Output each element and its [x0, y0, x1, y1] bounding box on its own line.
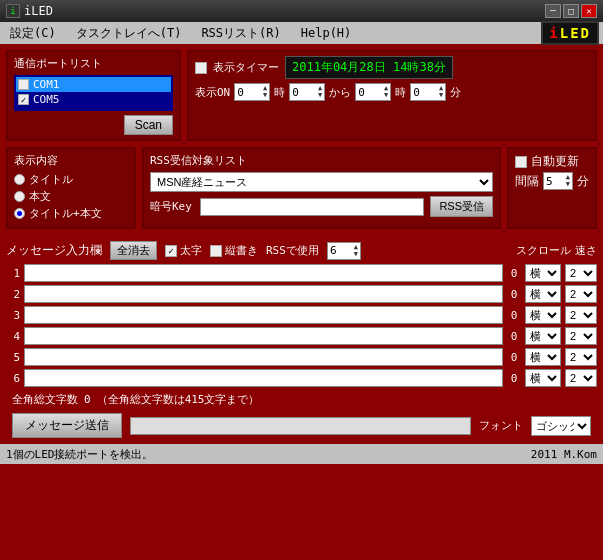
send-button[interactable]: メッセージ送信	[12, 413, 122, 438]
hour1-spinbox[interactable]: 0 ▲ ▼	[234, 83, 270, 101]
total-chars-label1: 全角総文字数	[12, 392, 78, 407]
auto-update-checkbox[interactable]	[515, 156, 527, 168]
speed-header-label: 速さ	[575, 243, 597, 258]
send-row: メッセージ送信 フォント ゴシック 明朝	[6, 409, 597, 442]
char-count-5: 0	[507, 351, 521, 364]
msg-input-3[interactable]	[24, 306, 503, 324]
total-chars-value: 0	[84, 393, 91, 406]
speed-select-2[interactable]: 1234	[565, 285, 597, 303]
row-num-3: 3	[6, 309, 20, 322]
speed-select-6[interactable]: 1234	[565, 369, 597, 387]
row-num-1: 1	[6, 267, 20, 280]
hour1-down[interactable]: ▼	[263, 92, 267, 99]
rss-use-value: 6	[330, 244, 337, 257]
port-com1[interactable]: COM1	[16, 77, 171, 92]
radio-both-dot[interactable]	[14, 208, 25, 219]
radio-title[interactable]: タイトル	[14, 172, 128, 187]
port-com1-checkbox[interactable]	[18, 79, 29, 90]
speed-select-5[interactable]: 1234	[565, 348, 597, 366]
min1-down[interactable]: ▼	[318, 92, 322, 99]
rss-use-spinbox[interactable]: 6 ▲ ▼	[327, 242, 361, 260]
scroll-select-5[interactable]: 横縦点滅	[525, 348, 561, 366]
auto-update-label1: 自動更新	[531, 153, 579, 170]
char-count-2: 0	[507, 288, 521, 301]
row-num-2: 2	[6, 288, 20, 301]
msg-input-6[interactable]	[24, 369, 503, 387]
bold-checkbox-row[interactable]: ✓ 太字	[165, 243, 202, 258]
min2-down[interactable]: ▼	[439, 92, 443, 99]
font-select[interactable]: ゴシック 明朝	[531, 416, 591, 436]
auto-update-unit: 分	[577, 173, 589, 190]
radio-both-label: タイトル+本文	[29, 206, 102, 221]
row-num-4: 4	[6, 330, 20, 343]
scroll-header-label: スクロール	[516, 243, 571, 258]
radio-body[interactable]: 本文	[14, 189, 128, 204]
port-com1-label: COM1	[33, 78, 60, 91]
speed-select-4[interactable]: 1234	[565, 327, 597, 345]
speed-select-3[interactable]: 1234	[565, 306, 597, 324]
minimize-button[interactable]: ─	[545, 4, 561, 18]
msg-input-4[interactable]	[24, 327, 503, 345]
msg-input-2[interactable]	[24, 285, 503, 303]
scroll-select-2[interactable]: 横縦点滅	[525, 285, 561, 303]
msg-input-1[interactable]	[24, 264, 503, 282]
char-count-1: 0	[507, 267, 521, 280]
vertical-checkbox[interactable]	[210, 245, 222, 257]
scroll-select-6[interactable]: 横縦点滅	[525, 369, 561, 387]
radio-body-dot[interactable]	[14, 191, 25, 202]
time-on-label: 表示ON	[195, 85, 230, 100]
vertical-checkbox-row[interactable]: 縦書き	[210, 243, 258, 258]
auto-update-box: 自動更新 間隔 5 ▲ ▼ 分	[507, 147, 597, 229]
key-input[interactable]	[200, 198, 425, 216]
font-label: フォント	[479, 418, 523, 433]
datetime-display: 2011年04月28日 14時38分	[285, 56, 453, 79]
status-bar: 1個のLED接続ポートを検出。 2011 M.Kom	[0, 444, 603, 464]
auto-update-down[interactable]: ▼	[566, 181, 570, 188]
menu-settings[interactable]: 設定(C)	[4, 23, 62, 44]
from-label: から	[329, 85, 351, 100]
hour2-down[interactable]: ▼	[384, 92, 388, 99]
message-section: メッセージ入力欄 全消去 ✓ 太字 縦書き RSSで使用 6 ▲ ▼ スクロール…	[0, 241, 603, 442]
port-com5[interactable]: ✓ COM5	[16, 92, 171, 107]
app-icon: i	[6, 4, 20, 18]
close-button[interactable]: ✕	[581, 4, 597, 18]
rss-recv-button[interactable]: RSS受信	[430, 196, 493, 217]
menu-tray[interactable]: タスクトレイへ(T)	[70, 23, 188, 44]
radio-title-dot[interactable]	[14, 174, 25, 185]
message-rows-container: 1 0 横縦点滅 1234 2 0 横縦点滅 1234 3 0 横縦点滅 123…	[6, 264, 597, 387]
rss-use-down[interactable]: ▼	[354, 251, 358, 258]
speed-select-1[interactable]: 1234	[565, 264, 597, 282]
hour2-value: 0	[358, 86, 365, 99]
bottom-stats: 全角総文字数 0 （全角総文字数は415文字まで）	[6, 390, 597, 409]
menu-rss[interactable]: RSSリスト(R)	[195, 23, 286, 44]
scroll-select-3[interactable]: 横縦点滅	[525, 306, 561, 324]
message-section-title: メッセージ入力欄	[6, 242, 102, 259]
status-message: 1個のLED接続ポートを検出。	[6, 447, 154, 462]
message-row-1: 1 0 横縦点滅 1234	[6, 264, 597, 282]
auto-update-label2: 間隔	[515, 173, 539, 190]
scroll-select-1[interactable]: 横縦点滅	[525, 264, 561, 282]
auto-update-spinbox[interactable]: 5 ▲ ▼	[543, 172, 573, 190]
scroll-select-4[interactable]: 横縦点滅	[525, 327, 561, 345]
scan-button[interactable]: Scan	[124, 115, 173, 135]
port-box: 通信ポートリスト COM1 ✓ COM5 Scan	[6, 50, 181, 141]
radio-both[interactable]: タイトル+本文	[14, 206, 128, 221]
min2-spinbox[interactable]: 0 ▲ ▼	[410, 83, 446, 101]
port-com5-checkbox[interactable]: ✓	[18, 94, 29, 105]
message-row-6: 6 0 横縦点滅 1234	[6, 369, 597, 387]
clear-button[interactable]: 全消去	[110, 241, 157, 260]
message-row-4: 4 0 横縦点滅 1234	[6, 327, 597, 345]
timer-checkbox[interactable]	[195, 62, 207, 74]
min2-value: 0	[413, 86, 420, 99]
menu-help[interactable]: Help(H)	[295, 24, 358, 42]
rss-feed-select[interactable]: MSN産経ニュース	[150, 172, 493, 192]
hour2-spinbox[interactable]: 0 ▲ ▼	[355, 83, 391, 101]
timer-box: 表示タイマー 2011年04月28日 14時38分 表示ON 0 ▲ ▼ 時 0…	[187, 50, 597, 141]
maximize-button[interactable]: □	[563, 4, 579, 18]
port-com5-label: COM5	[33, 93, 60, 106]
scroll-speed-header: スクロール 速さ	[516, 243, 597, 258]
bold-checkbox[interactable]: ✓	[165, 245, 177, 257]
msg-input-5[interactable]	[24, 348, 503, 366]
min1-spinbox[interactable]: 0 ▲ ▼	[289, 83, 325, 101]
rss-box-title: RSS受信対象リスト	[150, 153, 493, 168]
